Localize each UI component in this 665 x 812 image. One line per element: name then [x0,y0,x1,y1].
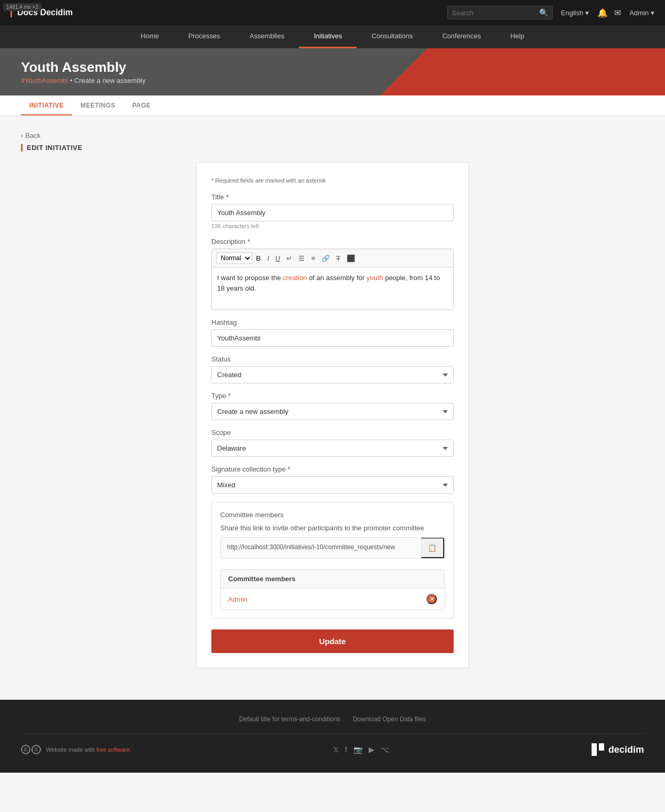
github-icon[interactable]: ⌥ [381,745,389,754]
highlight-creation: creation [283,274,307,282]
main-nav: Home Processes Assemblies Initiatives Co… [0,25,665,48]
footer-links: Default title for terms-and-conditions D… [21,715,644,723]
subnav-meetings[interactable]: MEETINGS [72,95,124,115]
breadcrumb: #YouthAssembl • Create a new assembly [21,77,146,84]
description-label: Description * [211,238,454,245]
nav-processes[interactable]: Processes [174,25,235,48]
breadcrumb-link[interactable]: #YouthAssembl [21,77,68,84]
status-select[interactable]: Created Validating Discarded Published R… [211,366,454,383]
search-box[interactable]: 🔍 [447,6,553,19]
hero: Youth Assembly #YouthAssembl • Create a … [0,48,665,95]
scope-label: Scope [211,429,454,436]
cc-icon: C © [21,745,41,754]
breadcrumb-text: Create a new assembly [74,77,146,84]
perf-badge: 1481.4 ms ×2 [3,3,41,11]
topbar-icons: 🔔 ✉ [597,8,621,18]
mail-icon[interactable]: ✉ [614,8,621,18]
footer-cc-text: Website made with free software. [46,746,131,753]
topbar: Docs Decidim 🔍 English ▾ 🔔 ✉ Admin ▾ [0,0,665,25]
subnav-page[interactable]: PAGE [124,95,159,115]
back-icon: ‹ [21,132,23,140]
sig-select[interactable]: Mixed Online In-person [211,476,454,494]
footer-bottom: C © Website made with free software. 𝕏 f… [21,733,644,757]
committee-section: Committee members Share this link to inv… [211,502,454,619]
title-char-count: 136 characters left [211,223,454,229]
admin-menu[interactable]: Admin ▾ [629,9,655,17]
list-ol-button[interactable]: ≡ [308,253,318,263]
status-field-group: Status Created Validating Discarded Publ… [211,355,454,383]
cc-circle-copy: © [31,745,41,754]
editor-toolbar: Normal B I U ↵ ☰ ≡ 🔗 T̶ ⬛ [212,249,453,268]
copy-link-button[interactable]: 📋 [421,538,444,558]
footer-social: 𝕏 f 📷 ▶ ⌥ [333,745,389,754]
twitter-icon[interactable]: 𝕏 [333,745,339,754]
format-select[interactable]: Normal [216,252,252,264]
nav-consultations[interactable]: Consultations [357,25,427,48]
description-editor[interactable]: Normal B I U ↵ ☰ ≡ 🔗 T̶ ⬛ I want to prop… [211,249,454,310]
table-row: Admin ✕ [221,589,444,610]
nav-home[interactable]: Home [126,25,174,48]
admin-chevron-icon: ▾ [651,9,655,17]
free-software-link[interactable]: free software [96,746,130,753]
committee-share-text: Share this link to invite other particip… [220,524,445,532]
title-label: Title * [211,193,454,201]
committee-link-url[interactable]: http://localhost:3000/initiatives/i-10/c… [221,538,421,558]
facebook-icon[interactable]: f [345,745,347,754]
type-select[interactable]: Create a new assembly [211,403,454,420]
instagram-icon[interactable]: 📷 [353,745,362,754]
list-ul-button[interactable]: ☰ [296,253,307,263]
search-input[interactable] [452,9,536,17]
nav-conferences[interactable]: Conferences [427,25,496,48]
hero-title: Youth Assembly [21,59,146,76]
copy-icon: 📋 [428,544,437,552]
highlight-youth: youth [367,274,383,282]
admin-label: Admin [629,9,649,17]
committee-link-box: http://localhost:3000/initiatives/i-10/c… [220,537,445,559]
enter-button[interactable]: ↵ [284,253,295,263]
youtube-icon[interactable]: ▶ [369,745,374,754]
edit-initiative-form: * Required fields are marked with an ast… [196,162,469,668]
italic-button[interactable]: I [264,253,272,263]
footer-link-opendata[interactable]: Download Open Data files [353,715,426,723]
committee-section-title: Committee members [220,511,445,519]
footer-link-terms[interactable]: Default title for terms-and-conditions [239,715,340,723]
bell-icon[interactable]: 🔔 [597,8,608,18]
title-input[interactable] [211,204,454,221]
svg-rect-0 [592,743,597,756]
code-button[interactable]: ⬛ [344,253,358,263]
decidim-label: decidim [608,744,644,755]
footer-logo: decidim [591,742,644,757]
subnav: INITIATIVE MEETINGS PAGE [0,95,665,116]
nav-help[interactable]: Help [496,25,539,48]
description-field-group: Description * Normal B I U ↵ ☰ ≡ 🔗 T̶ ⬛ [211,238,454,310]
remove-member-button[interactable]: ✕ [426,594,437,604]
nav-initiatives[interactable]: Initiatives [299,25,357,48]
committee-member-name: Admin [228,595,248,603]
section-title: EDIT INITIATIVE [21,144,644,152]
description-content[interactable]: I want to propose the creation of an ass… [212,268,453,309]
back-link[interactable]: ‹ Back [21,132,644,140]
back-label: Back [25,132,40,140]
bold-button[interactable]: B [253,253,263,263]
svg-rect-1 [599,743,604,751]
type-field-group: Type * Create a new assembly [211,392,454,420]
hashtag-label: Hashtag [211,318,454,326]
hashtag-input[interactable] [211,329,454,347]
update-button[interactable]: Update [211,629,454,653]
type-label: Type * [211,392,454,400]
footer: Default title for terms-and-conditions D… [0,700,665,773]
decidim-logo-icon [591,742,605,757]
language-selector[interactable]: English ▾ [561,9,589,17]
committee-members-box: Committee members Admin ✕ [220,569,445,610]
link-button[interactable]: 🔗 [319,253,332,263]
nav-assemblies[interactable]: Assemblies [235,25,299,48]
hashtag-field-group: Hashtag [211,318,454,347]
status-label: Status [211,355,454,363]
sig-label: Signature collection type * [211,465,454,473]
scope-field-group: Scope Delaware [211,429,454,457]
committee-members-header: Committee members [221,570,444,589]
strikethrough-button[interactable]: T̶ [334,253,343,263]
underline-button[interactable]: U [273,253,283,263]
scope-select[interactable]: Delaware [211,440,454,457]
subnav-initiative[interactable]: INITIATIVE [21,95,72,115]
